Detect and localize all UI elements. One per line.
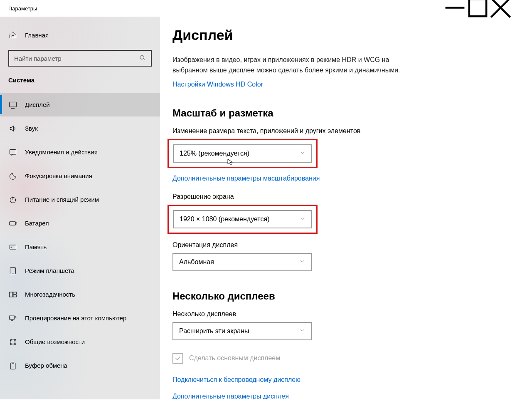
svg-rect-12 [16,223,17,224]
chevron-down-icon [299,258,305,266]
sidebar-item-label: Буфер обмена [25,362,67,369]
window-title: Параметры [8,5,37,12]
chevron-down-icon [300,150,305,157]
svg-point-4 [140,55,144,59]
sidebar-nav: Дисплей Звук Уведомления и действия [0,93,160,377]
home-icon [8,30,17,40]
tablet-icon [8,266,17,275]
multi-dropdown[interactable]: Расширить эти экраны [172,322,312,340]
multi-heading: Несколько дисплеев [172,290,500,302]
sidebar-item-label: Режим планшета [25,267,74,274]
sidebar-section-title: Система [0,67,160,88]
advanced-scaling-link[interactable]: Дополнительные параметры масштабирования [172,175,320,182]
svg-rect-18 [13,292,17,294]
multi-value: Расширить эти экраны [179,327,249,335]
orientation-dropdown[interactable]: Альбомная [172,253,312,271]
checkbox-icon [172,353,183,364]
project-icon [8,314,17,323]
power-icon [8,195,17,204]
sidebar-item-label: Проецирование на этот компьютер [25,314,126,322]
sidebar-item-sound[interactable]: Звук [0,116,160,140]
maximize-button[interactable] [466,0,489,15]
multi-label: Несколько дисплеев [172,310,500,318]
search-icon [139,54,146,62]
resolution-dropdown[interactable]: 1920 × 1080 (рекомендуется) [173,210,312,228]
sidebar-item-battery[interactable]: Батарея [0,211,160,235]
storage-icon [8,243,17,252]
sidebar-item-label: Батарея [25,220,49,227]
scale-value: 125% (рекомендуется) [180,150,249,157]
svg-rect-15 [10,267,15,274]
sidebar-item-label: Дисплей [25,101,50,108]
window-controls [443,0,512,15]
chevron-down-icon [299,327,305,335]
primary-display-checkbox: Сделать основным дисплеем [172,353,500,364]
highlight-resolution: 1920 × 1080 (рекомендуется) [167,205,318,234]
sidebar-item-clipboard[interactable]: Буфер обмена [0,354,160,377]
sidebar-item-shared[interactable]: Общие возможности [0,330,160,354]
sidebar-item-label: Уведомления и действия [25,149,98,156]
svg-rect-26 [10,363,15,369]
advanced-display-link[interactable]: Дополнительные параметры дисплея [172,393,500,399]
notifications-icon [8,148,17,157]
minimize-button[interactable] [443,0,466,15]
resolution-label: Разрешение экрана [172,193,500,201]
highlight-scale: 125% (рекомендуется) [167,139,318,168]
sidebar-item-label: Общие возможности [25,338,85,345]
focus-icon [8,171,17,181]
scale-dropdown[interactable]: 125% (рекомендуется) [173,144,312,163]
chevron-down-icon [300,215,305,223]
svg-rect-19 [13,295,17,297]
svg-rect-20 [10,316,15,319]
scale-label: Изменение размера текста, приложений и д… [172,127,500,135]
sidebar-home-label: Главная [25,32,49,39]
svg-point-22 [10,339,11,340]
close-button[interactable] [489,0,512,15]
sidebar-item-power[interactable]: Питание и спящий режим [0,188,160,211]
sidebar-item-label: Питание и спящий режим [25,196,99,203]
svg-rect-8 [10,149,16,154]
shared-icon [8,337,17,347]
wireless-display-link[interactable]: Подключиться к беспроводному дисплею [172,376,500,384]
svg-point-23 [14,339,15,340]
sidebar-item-label: Память [25,243,47,250]
sidebar-item-label: Звук [25,125,38,132]
svg-point-14 [11,247,12,248]
sidebar-item-project[interactable]: Проецирование на этот компьютер [0,306,160,330]
sidebar-item-focus[interactable]: Фокусировка внимания [0,164,160,188]
sidebar: Главная Найти параметр Система Дисплей [0,17,160,399]
sidebar-item-storage[interactable]: Память [0,235,160,259]
svg-point-25 [14,343,15,344]
sidebar-item-label: Многозадачность [25,291,75,298]
orientation-label: Ориентация дисплея [172,241,500,249]
sidebar-item-multitask[interactable]: Многозадачность [0,282,160,306]
resolution-value: 1920 × 1080 (рекомендуется) [180,215,269,223]
multitask-icon [8,290,17,299]
svg-rect-11 [10,221,16,225]
sound-icon [8,124,17,133]
sidebar-item-label: Фокусировка внимания [25,172,92,179]
svg-point-24 [10,343,11,344]
svg-rect-1 [469,0,486,16]
svg-rect-17 [10,292,13,297]
hdr-settings-link[interactable]: Настройки Windows HD Color [172,81,263,88]
display-icon [8,100,17,109]
battery-icon [8,219,17,228]
content-area: Дисплей Изображения в видео, играх и при… [160,17,512,399]
sidebar-item-notifications[interactable]: Уведомления и действия [0,140,160,164]
svg-line-5 [143,59,145,60]
sidebar-item-tablet[interactable]: Режим планшета [0,259,160,282]
sidebar-item-display[interactable]: Дисплей [0,93,160,116]
search-input[interactable]: Найти параметр [8,50,152,67]
primary-display-label: Сделать основным дисплеем [189,354,280,362]
hdr-description: Изображения в видео, играх и приложениях… [172,55,405,76]
scale-heading: Масштаб и разметка [172,107,500,119]
clipboard-icon [8,361,17,370]
svg-rect-6 [10,102,17,107]
orientation-value: Альбомная [179,258,214,266]
search-placeholder: Найти параметр [14,55,139,62]
titlebar: Параметры [0,0,512,17]
sidebar-home[interactable]: Главная [8,25,152,45]
page-title: Дисплей [172,27,500,43]
